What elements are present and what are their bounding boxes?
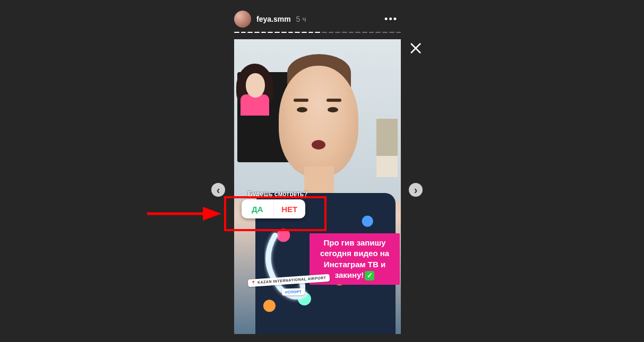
progress-segment [389, 32, 394, 33]
progress-segment [322, 32, 327, 33]
poll-sticker: ДА НЕТ [242, 199, 305, 218]
poll-option-yes[interactable]: ДА [242, 199, 274, 218]
prev-story-button[interactable]: ‹ [211, 183, 225, 197]
svg-marker-1 [203, 207, 221, 221]
progress-segment [261, 32, 267, 33]
progress-segment [382, 32, 388, 33]
progress-segment [295, 32, 300, 33]
progress-segment [355, 32, 360, 33]
person-face [279, 66, 358, 177]
progress-segment [369, 32, 374, 33]
progress-segment [342, 32, 347, 33]
more-icon[interactable]: ••• [381, 14, 401, 25]
progress-segment [268, 32, 273, 33]
progress-segment [281, 32, 287, 33]
progress-segment [302, 32, 307, 33]
progress-segment [247, 32, 253, 33]
progress-bar [234, 32, 401, 33]
close-button[interactable] [408, 40, 424, 56]
chevron-right-icon: › [414, 184, 418, 196]
story-media[interactable]: Будешь смотреть? ДА НЕТ Про гив запишу с… [234, 39, 401, 334]
progress-segment [396, 32, 401, 33]
progress-segment [274, 32, 280, 33]
next-story-button[interactable]: › [409, 183, 423, 197]
checkmark-icon: ✓ [365, 271, 374, 280]
progress-segment [329, 32, 334, 33]
progress-segment [349, 32, 354, 33]
avatar[interactable] [234, 11, 251, 28]
chevron-left-icon: ‹ [217, 184, 220, 196]
progress-segment [375, 32, 381, 33]
progress-segment [288, 32, 294, 33]
sticker-person [234, 64, 276, 116]
story-header: feya.smm 5 ч ••• [234, 0, 401, 29]
progress-segment [254, 32, 260, 33]
annotation-arrow [147, 206, 221, 222]
poll-question: Будешь смотреть? [248, 190, 308, 198]
background-shelf [376, 119, 398, 177]
hashtag-chip[interactable]: #СПОРТ [282, 288, 305, 296]
progress-segment [315, 32, 320, 33]
timestamp: 5 ч [296, 15, 306, 23]
progress-segment [308, 32, 314, 33]
progress-segment [234, 32, 239, 33]
progress-segment [241, 32, 246, 33]
progress-segment [362, 32, 367, 33]
story-viewer: feya.smm 5 ч ••• Будешь смотреть? ДА НЕТ [234, 0, 401, 342]
caption-text: Про гив запишу сегодня видео на Инстагра… [320, 238, 389, 279]
poll-option-no[interactable]: НЕТ [274, 199, 306, 218]
username[interactable]: feya.smm [256, 15, 291, 23]
progress-segment [335, 32, 340, 33]
